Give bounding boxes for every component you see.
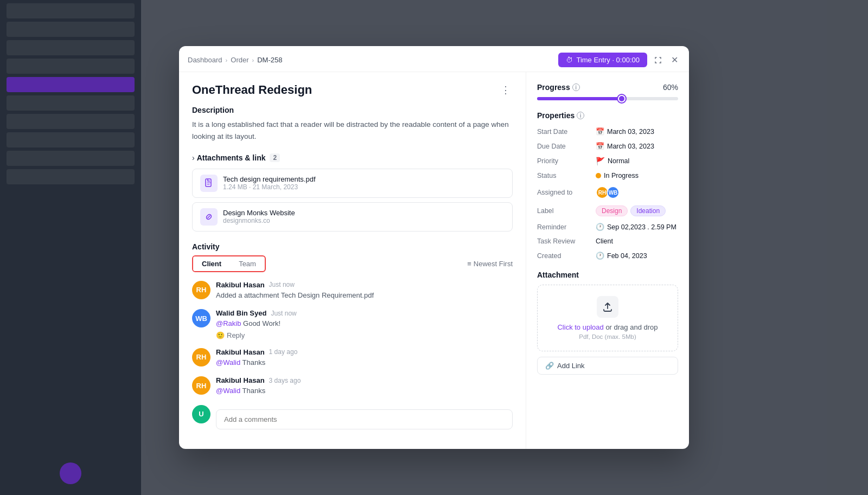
prop-key-label: Label <box>537 207 591 215</box>
close-icon: ✕ <box>671 55 678 65</box>
attachment-item-link: Design Monks Website designmonks.co <box>192 202 513 232</box>
attachment-upload-section: Attachment Click to upload or drag and d… <box>537 271 678 375</box>
activity-header-3: Rakibul Hasan 3 days ago <box>216 376 513 384</box>
prop-row-reminder: Reminder 🕐 Sep 02,2023 . 2.59 PM <box>537 223 678 231</box>
link-icon-add: 🔗 <box>545 362 554 370</box>
comment-input-row: U <box>192 405 513 429</box>
prop-val-assigned: RH WB <box>596 186 620 199</box>
attachments-count: 2 <box>270 153 280 162</box>
attachment-pdf-meta: 1.24 MB · 21 March, 2023 <box>223 183 316 191</box>
expand-button[interactable] <box>652 54 665 67</box>
prop-row-assigned: Assigned to RH WB <box>537 186 678 199</box>
activity-content-3: Rakibul Hasan 3 days ago @Walid Thanks <box>216 376 513 396</box>
progress-value: 60% <box>663 83 678 92</box>
activity-item-1: WB Walid Bin Syed Just now @Rakib Good W… <box>192 309 513 339</box>
emoji-icon: 🙂 <box>216 331 225 339</box>
upload-text-suffix: or drag and drop <box>605 323 658 331</box>
description-label: Description <box>192 106 513 114</box>
reply-label: Reply <box>227 331 245 339</box>
time-entry-label: Time Entry · 0:00:00 <box>576 56 640 64</box>
comment-input[interactable] <box>216 409 513 429</box>
progress-thumb <box>618 95 626 102</box>
label-tag-ideation[interactable]: Ideation <box>630 205 666 216</box>
prop-key-priority: Priority <box>537 157 591 165</box>
three-dot-menu-button[interactable]: ⋮ <box>499 83 513 97</box>
attachment-item-pdf: Tech design requirements.pdf 1.24 MB · 2… <box>192 169 513 198</box>
upload-box[interactable]: Click to upload or drag and drop Pdf, Do… <box>537 285 678 351</box>
prop-val-due-date: 📅 March 03, 2023 <box>596 142 654 150</box>
clock-icon-2: 🕐 <box>596 223 604 231</box>
prop-key-task-review: Task Review <box>537 237 591 245</box>
activity-mention-2: @Walid <box>216 358 240 367</box>
right-panel: Progress i 60% Properties <box>526 72 689 448</box>
activity-header-2: Rakibul Hasan 1 day ago <box>216 348 513 356</box>
upload-icon <box>597 296 618 318</box>
activity-tabs-group: Client Team <box>192 255 266 272</box>
breadcrumb-dashboard[interactable]: Dashboard <box>188 56 222 64</box>
avatar-initials: RH <box>192 281 210 299</box>
sort-icon: ≡ <box>467 260 471 268</box>
tab-team[interactable]: Team <box>230 256 265 271</box>
link-icon <box>204 212 214 222</box>
tab-client[interactable]: Client <box>193 256 230 271</box>
avatar-initials: WB <box>192 309 210 327</box>
prop-key-reminder: Reminder <box>537 223 591 231</box>
activity-header-1: Walid Bin Syed Just now <box>216 309 513 317</box>
prop-key-created: Created <box>537 252 591 260</box>
prop-row-label: Label Design Ideation <box>537 205 678 216</box>
avatar-walid: WB <box>192 309 210 327</box>
upload-hint: Pdf, Doc (max. 5Mb) <box>548 333 667 340</box>
attachment-pdf-name: Tech design requirements.pdf <box>223 175 316 183</box>
activity-name-3: Rakibul Hasan <box>216 376 265 384</box>
prop-val-reminder: 🕐 Sep 02,2023 . 2.59 PM <box>596 223 676 231</box>
modal-body: OneThread Redesign ⋮ Description It is a… <box>179 72 689 448</box>
link-icon-wrapper <box>200 208 218 226</box>
attachment-pdf-info: Tech design requirements.pdf 1.24 MB · 2… <box>223 175 316 191</box>
prop-key-assigned: Assigned to <box>537 189 591 196</box>
activity-content-2: Rakibul Hasan 1 day ago @Walid Thanks <box>216 348 513 368</box>
attachment-link-meta: designmonks.co <box>223 217 295 224</box>
activity-name-2: Rakibul Hasan <box>216 348 265 356</box>
upload-text: Click to upload or drag and drop <box>548 323 667 331</box>
progress-section: Progress i 60% <box>537 83 678 100</box>
properties-section: Properties i Start Date 📅 March 03, 2023… <box>537 111 678 260</box>
upload-clickable-text[interactable]: Click to upload <box>557 323 603 331</box>
breadcrumb-current: DM-258 <box>257 56 282 64</box>
activity-time-2: 1 day ago <box>269 348 298 356</box>
assignee-avatars: RH WB <box>596 186 620 199</box>
avatar-initials: U <box>192 405 210 423</box>
task-title-text: OneThread Redesign <box>192 83 312 97</box>
close-button[interactable]: ✕ <box>669 53 680 67</box>
avatar-initials: RH <box>192 376 210 395</box>
pdf-icon-wrapper <box>200 175 218 192</box>
time-entry-button[interactable]: ⏱ Time Entry · 0:00:00 <box>558 53 647 67</box>
add-link-label: Add Link <box>557 362 585 370</box>
assignee-avatar-2: WB <box>607 186 620 199</box>
sort-button[interactable]: ≡ Newest First <box>467 260 513 268</box>
activity-text-2: @Walid Thanks <box>216 357 513 368</box>
progress-header: Progress i 60% <box>537 83 678 92</box>
add-link-button[interactable]: 🔗 Add Link <box>537 357 678 375</box>
activity-time-1: Just now <box>271 310 296 317</box>
activity-header-0: Rakibul Hasan Just now <box>216 281 513 289</box>
prop-val-priority: 🚩 Normal <box>596 157 629 165</box>
prop-row-start-date: Start Date 📅 March 03, 2023 <box>537 127 678 136</box>
progress-info-icon[interactable]: i <box>572 83 580 91</box>
prop-val-start-date: 📅 March 03, 2023 <box>596 127 654 136</box>
properties-info-icon[interactable]: i <box>577 112 584 119</box>
activity-text-1: @Rakib Good Work! <box>216 318 513 329</box>
breadcrumb-chevron-2: › <box>252 57 254 63</box>
modal-overlay: Dashboard › Order › DM-258 ⏱ Time Entry … <box>0 0 868 495</box>
label-tag-design[interactable]: Design <box>596 205 628 216</box>
activity-section: Activity Client Team ≡ Newest First <box>192 242 513 429</box>
activity-tabs-row: Client Team ≡ Newest First <box>192 255 513 272</box>
activity-item-2: RH Rakibul Hasan 1 day ago @Walid Thanks <box>192 348 513 368</box>
activity-name-0: Rakibul Hasan <box>216 281 265 289</box>
attachments-toggle-button[interactable]: › Attachments & link <box>192 153 265 162</box>
reply-button-1[interactable]: 🙂 Reply <box>216 331 245 339</box>
calendar-icon-2: 📅 <box>596 142 604 150</box>
breadcrumb-order[interactable]: Order <box>231 56 248 64</box>
pdf-file-icon <box>204 178 214 188</box>
activity-mention-3: @Walid <box>216 387 240 395</box>
activity-label: Activity <box>192 242 513 251</box>
